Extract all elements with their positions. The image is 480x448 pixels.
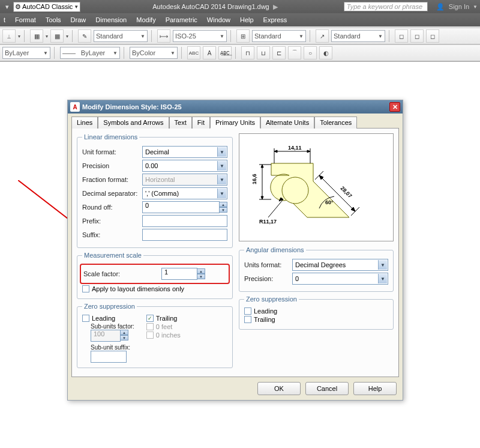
- svg-text:60°: 60°: [325, 199, 334, 205]
- angular-leading-checkbox[interactable]: [244, 307, 251, 315]
- tab-tolerances[interactable]: Tolerances: [314, 117, 357, 129]
- suffix-input[interactable]: [142, 229, 227, 241]
- tab-symbols-arrows[interactable]: Symbols and Arrows: [98, 117, 169, 129]
- tab-lines[interactable]: Lines: [71, 117, 98, 129]
- angular-zero-suppression-group: Zero suppression Leading Trailing: [239, 295, 394, 330]
- menu-format[interactable]: Format: [15, 16, 36, 23]
- textstyle-dropdown[interactable]: Standard▼: [94, 30, 148, 42]
- sub-units-spinner: ▲▼: [120, 330, 128, 342]
- menu-t[interactable]: t: [4, 16, 5, 23]
- text-tool-icon[interactable]: A͟B͟C͟: [218, 46, 232, 59]
- layer-color-dropdown[interactable]: ByLayer▼: [2, 47, 50, 59]
- menu-dimension[interactable]: Dimension: [95, 16, 127, 23]
- scale-factor-spinner[interactable]: ▲▼: [197, 268, 205, 279]
- dim-tool-icon[interactable]: ○: [304, 46, 317, 59]
- workspace-selector[interactable]: ⚙ AutoCAD Classic ▼: [13, 2, 80, 12]
- text-tool-icon[interactable]: A: [203, 46, 216, 59]
- angular-trailing-checkbox[interactable]: [244, 316, 251, 323]
- dimstyle-dropdown[interactable]: ISO-25▼: [173, 30, 227, 42]
- search-input[interactable]: Type a keyword or phrase: [344, 2, 428, 11]
- autocad-logo-icon: A: [70, 102, 80, 112]
- apply-layout-checkbox[interactable]: [82, 285, 89, 292]
- toolbar-1: ⟂▾ ▦▾ ▦▾ ✎ Standard▼ ⟼ ISO-25▼ ⊞ Standar…: [0, 28, 480, 44]
- tool-icon[interactable]: ▦: [50, 29, 64, 43]
- angular-dimensions-group: Angular dimensions Units format: Decimal…: [239, 246, 394, 292]
- tab-fit[interactable]: Fit: [192, 117, 210, 129]
- dialog-tabs: Lines Symbols and Arrows Text Fit Primar…: [68, 114, 403, 128]
- dim-tool-icon[interactable]: ⌒: [288, 46, 301, 59]
- menu-parametric[interactable]: Parametric: [166, 16, 197, 23]
- menu-window[interactable]: Window: [207, 16, 230, 23]
- dim-tool-icon[interactable]: ⊔: [257, 46, 270, 59]
- feet-checkbox: [146, 323, 154, 330]
- ok-button[interactable]: OK: [257, 382, 301, 395]
- table-icon[interactable]: ⊞: [236, 29, 250, 43]
- svg-text:28,07: 28,07: [340, 185, 353, 199]
- unit-format-select[interactable]: Decimal▼: [142, 146, 227, 158]
- svg-marker-12: [261, 196, 263, 199]
- dim-tool-icon[interactable]: ◐: [319, 46, 332, 59]
- dim-icon[interactable]: ⟼: [157, 29, 170, 43]
- dialog-titlebar: A Modify Dimension Style: ISO-25 ✕: [68, 100, 403, 114]
- svg-text:14,11: 14,11: [288, 145, 302, 151]
- tab-primary-units[interactable]: Primary Units: [210, 117, 260, 129]
- svg-marker-11: [261, 165, 263, 168]
- tablestyle-dropdown[interactable]: Standard▼: [252, 30, 306, 42]
- text-tool-icon[interactable]: ABC: [187, 46, 200, 59]
- dialog-buttons: OK Cancel Help: [68, 377, 403, 400]
- menubar: t Format Tools Draw Dimension Modify Par…: [0, 13, 480, 26]
- menu-help[interactable]: Help: [240, 16, 254, 23]
- svg-marker-6: [274, 150, 277, 153]
- modify-dimstyle-dialog: A Modify Dimension Style: ISO-25 ✕ Lines…: [67, 100, 403, 401]
- close-button[interactable]: ✕: [389, 102, 400, 112]
- menu-tools[interactable]: Tools: [46, 16, 61, 23]
- menu-express[interactable]: Express: [263, 16, 287, 23]
- precision-select[interactable]: 0.00▼: [142, 160, 227, 172]
- tool-icon[interactable]: ◻: [426, 29, 439, 43]
- svg-text:R11,17: R11,17: [259, 219, 277, 225]
- play-icon[interactable]: ▶: [273, 3, 278, 11]
- tool-icon[interactable]: ◻: [410, 29, 424, 43]
- svg-point-2: [282, 177, 308, 204]
- measurement-scale-group: Measurement scale Scale factor: 1 ▲▼ App…: [77, 252, 233, 299]
- angular-units-select[interactable]: Decimal Degrees▼: [292, 259, 388, 271]
- layer-linetype-dropdown[interactable]: —— ByLayer▼: [60, 47, 120, 59]
- layer-plot-dropdown[interactable]: ByColor▼: [130, 47, 178, 59]
- decimal-separator-select[interactable]: ',' (Comma)▼: [142, 187, 227, 199]
- angular-precision-select[interactable]: 0▼: [292, 273, 388, 285]
- dialog-title: Modify Dimension Style: ISO-25: [82, 103, 182, 110]
- tool-icon[interactable]: ▦: [30, 29, 43, 43]
- leading-checkbox[interactable]: [82, 315, 89, 322]
- svg-text:16,6: 16,6: [251, 174, 257, 184]
- gear-icon: ⚙: [15, 3, 21, 11]
- fraction-format-select: Horizontal▼: [142, 174, 227, 186]
- round-off-spinner[interactable]: ▲▼: [219, 202, 227, 213]
- inches-checkbox: [146, 331, 154, 339]
- mleaderstyle-dropdown[interactable]: Standard▼: [331, 30, 385, 42]
- tool-icon[interactable]: ⟂: [2, 29, 16, 43]
- sub-unit-suffix-input[interactable]: [91, 351, 127, 363]
- dim-tool-icon[interactable]: ⊓: [241, 46, 254, 59]
- tab-panel-primary-units: Linear dimensions Unit format: Decimal▼ …: [71, 128, 399, 377]
- tool-icon[interactable]: ◻: [395, 29, 408, 43]
- sign-in-link[interactable]: Sign In: [449, 3, 469, 10]
- menu-draw[interactable]: Draw: [71, 16, 86, 23]
- dim-tool-icon[interactable]: ⊏: [272, 46, 286, 59]
- pen-icon[interactable]: ✎: [78, 29, 91, 43]
- app-titlebar: ▾ ⚙ AutoCAD Classic ▼ Autodesk AutoCAD 2…: [0, 0, 480, 13]
- tab-text[interactable]: Text: [169, 117, 192, 129]
- prefix-input[interactable]: [142, 215, 227, 227]
- workspace-icon: ▾: [2, 2, 12, 11]
- help-button[interactable]: Help: [353, 382, 397, 395]
- tab-alternate-units[interactable]: Alternate Units: [260, 117, 314, 129]
- menu-modify[interactable]: Modify: [136, 16, 155, 23]
- trailing-checkbox[interactable]: ✓: [146, 315, 154, 322]
- round-off-input[interactable]: 0: [142, 201, 220, 213]
- dimension-preview: 14,11 16,6 28,07 60° R11,17: [239, 133, 394, 241]
- toolbar-2: ByLayer▼ —— ByLayer▼ ByColor▼ ABC A A͟B͟…: [0, 44, 480, 61]
- mleader-icon[interactable]: ↗: [316, 29, 329, 43]
- cancel-button[interactable]: Cancel: [305, 382, 349, 395]
- zero-suppression-group: Zero suppression Leading Sub-units facto…: [77, 303, 233, 368]
- scale-factor-input[interactable]: 1: [161, 268, 197, 280]
- app-title: Autodesk AutoCAD 2014 Drawing1.dwg: [152, 3, 269, 10]
